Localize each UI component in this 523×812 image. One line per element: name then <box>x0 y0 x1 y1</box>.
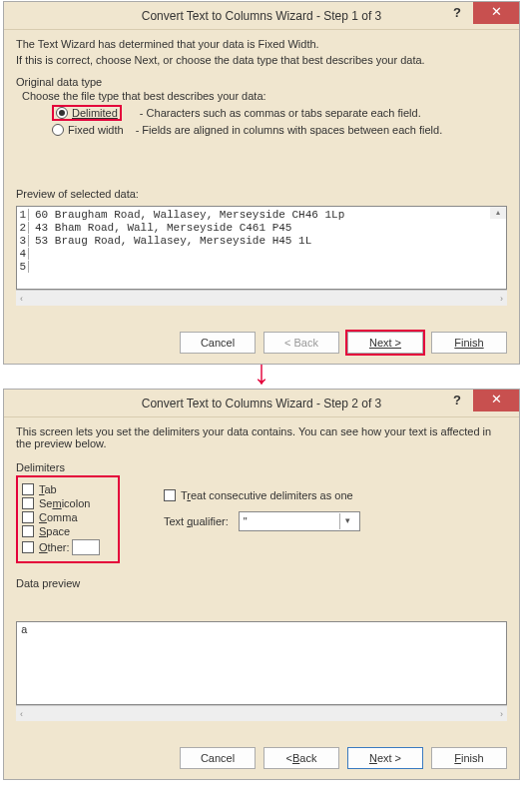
check-row-space[interactable]: Space <box>22 525 114 537</box>
row-num-1: 1 <box>19 209 29 221</box>
scroll-left-icon[interactable]: ‹ <box>20 709 23 719</box>
check-row-semicolon[interactable]: Semicolon <box>22 497 114 509</box>
checkbox-other-label: Other: <box>39 541 70 553</box>
checkbox-comma[interactable] <box>22 511 34 523</box>
check-row-other[interactable]: Other: <box>22 539 114 555</box>
row-num-3: 3 <box>19 235 29 247</box>
row-text-3: 53 Braug Road, Wallasey, Merseyside H45 … <box>35 235 311 247</box>
finish-button[interactable]: Finish <box>431 332 507 354</box>
scroll-up-icon[interactable]: ▴ <box>490 207 506 219</box>
step2-content: This screen lets you set the delimiters … <box>4 417 519 779</box>
check-row-tab[interactable]: Tab <box>22 483 114 495</box>
text-qualifier-select[interactable]: " ▾ <box>239 511 360 531</box>
row-num-2: 2 <box>19 222 29 234</box>
scroll-left-icon[interactable]: ‹ <box>20 294 23 304</box>
preview-label: Preview of selected data: <box>16 188 507 200</box>
next-button[interactable]: Next > <box>347 747 423 769</box>
help-button[interactable]: ? <box>443 2 471 25</box>
step2-titlebar: Convert Text to Columns Wizard - Step 2 … <box>4 390 519 417</box>
data-preview-box[interactable]: a <box>16 621 507 705</box>
back-button[interactable]: < Back <box>263 747 339 769</box>
scroll-right-icon[interactable]: › <box>500 294 503 304</box>
preview-box[interactable]: ▴ 1 60 Braugham Road, Wallasey, Merseysi… <box>16 206 507 290</box>
cancel-button[interactable]: Cancel <box>180 332 256 354</box>
radio-row-delimited[interactable]: Delimited - Characters such as commas or… <box>52 105 507 121</box>
step1-title: Convert Text to Columns Wizard - Step 1 … <box>142 9 382 23</box>
preview-hscrollbar[interactable]: ‹ › <box>16 290 507 306</box>
step1-desc1: The Text Wizard has determined that your… <box>16 38 507 50</box>
checkbox-treat-consecutive[interactable] <box>164 489 176 501</box>
step2-title: Convert Text to Columns Wizard - Step 2 … <box>142 397 382 410</box>
radio-fixed-label: Fixed width <box>68 124 124 136</box>
checkbox-comma-label: Comma <box>39 511 78 523</box>
row-text-2: 43 Bham Road, Wall, Merseyside C461 P45 <box>35 222 291 234</box>
step2-dialog: Convert Text to Columns Wizard - Step 2 … <box>3 389 520 780</box>
delimiters-label: Delimiters <box>16 461 507 473</box>
checkbox-semicolon-label: Semicolon <box>39 497 90 509</box>
radio-row-fixed[interactable]: Fixed width - Fields are aligned in colu… <box>52 124 507 136</box>
finish-button[interactable]: Finish <box>431 747 507 769</box>
checkbox-other[interactable] <box>22 541 34 553</box>
row-num-5: 5 <box>19 261 29 273</box>
back-button: < Back <box>263 332 339 354</box>
chevron-down-icon[interactable]: ▾ <box>339 513 355 529</box>
step1-dialog: Convert Text to Columns Wizard - Step 1 … <box>3 1 520 365</box>
step2-desc: This screen lets you set the delimiters … <box>16 425 507 449</box>
text-qualifier-row: Text qualifier: " ▾ <box>164 511 360 531</box>
row-text-1: 60 Braugham Road, Wallasey, Merseyside C… <box>35 209 344 221</box>
cancel-button[interactable]: Cancel <box>180 747 256 769</box>
check-row-comma[interactable]: Comma <box>22 511 114 523</box>
check-row-treat-consecutive[interactable]: Treat consecutive delimiters as one <box>164 489 360 501</box>
preview2-hscrollbar[interactable]: ‹ › <box>16 705 507 721</box>
file-type-sub-label: Choose the file type that best describes… <box>22 90 507 102</box>
text-qualifier-label: Text qualifier: <box>164 515 229 527</box>
scroll-right-icon[interactable]: › <box>500 709 503 719</box>
radio-fixed-desc: - Fields are aligned in columns with spa… <box>136 124 443 136</box>
delimiters-group: Tab Semicolon Comma Space Other: <box>16 475 120 563</box>
step1-button-row: Cancel < Back Next > Finish <box>16 306 507 354</box>
help-button[interactable]: ? <box>443 390 471 412</box>
next-button[interactable]: Next > <box>347 332 423 354</box>
data-preview-label: Data preview <box>16 577 507 589</box>
checkbox-tab-label: Tab <box>39 483 57 495</box>
row-num-4: 4 <box>19 248 29 260</box>
other-delimiter-input[interactable] <box>72 539 100 555</box>
delimiters-right: Treat consecutive delimiters as one Text… <box>164 487 360 531</box>
original-data-type-label: Original data type <box>16 76 507 88</box>
radio-delimited-label: Delimited <box>72 107 118 119</box>
close-button[interactable]: ✕ <box>473 390 519 411</box>
step2-button-row: Cancel < Back Next > Finish <box>16 721 507 769</box>
checkbox-space-label: Space <box>39 525 70 537</box>
radio-delimited-desc: - Characters such as commas or tabs sepa… <box>140 107 421 119</box>
treat-consecutive-label: Treat consecutive delimiters as one <box>181 489 353 501</box>
step1-content: The Text Wizard has determined that your… <box>4 30 519 364</box>
checkbox-space[interactable] <box>22 525 34 537</box>
checkbox-tab[interactable] <box>22 483 34 495</box>
data-preview-text: a <box>21 624 28 636</box>
step1-desc2: If this is correct, choose Next, or choo… <box>16 54 507 66</box>
text-qualifier-value: " <box>244 515 248 527</box>
radio-delimited[interactable] <box>56 107 68 119</box>
step1-titlebar: Convert Text to Columns Wizard - Step 1 … <box>4 2 519 30</box>
checkbox-semicolon[interactable] <box>22 497 34 509</box>
radio-fixed-width[interactable] <box>52 124 64 136</box>
close-button[interactable]: ✕ <box>473 2 519 24</box>
